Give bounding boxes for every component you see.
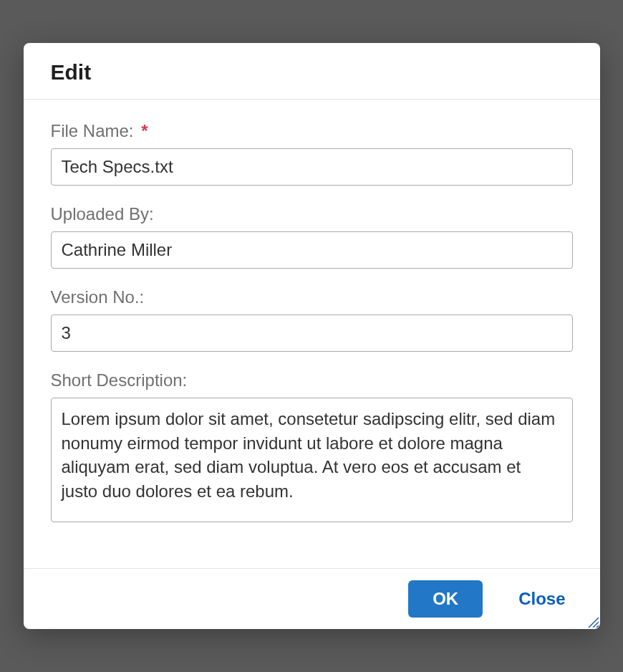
edit-dialog: Edit File Name: * Uploaded By: Version N… (24, 43, 600, 629)
ok-button[interactable]: OK (408, 580, 483, 618)
dialog-body: File Name: * Uploaded By: Version No.: S… (24, 100, 600, 568)
resize-handle-icon (587, 616, 599, 628)
file-name-input[interactable] (51, 148, 573, 186)
form-group-short-description: Short Description: (51, 370, 573, 525)
file-name-label: File Name: * (51, 121, 573, 141)
dialog-header: Edit (24, 43, 600, 100)
close-button[interactable]: Close (511, 580, 572, 618)
form-group-version-no: Version No.: (51, 287, 573, 352)
short-description-textarea[interactable] (51, 398, 573, 522)
required-indicator: * (141, 121, 148, 140)
version-no-input[interactable] (51, 315, 573, 352)
form-group-uploaded-by: Uploaded By: (51, 204, 573, 269)
svg-line-2 (597, 625, 599, 628)
short-description-label: Short Description: (51, 370, 573, 390)
version-no-label: Version No.: (51, 287, 573, 307)
dialog-title: Edit (51, 60, 92, 84)
form-group-file-name: File Name: * (51, 121, 573, 186)
uploaded-by-input[interactable] (51, 231, 573, 269)
uploaded-by-label: Uploaded By: (51, 204, 573, 224)
file-name-label-text: File Name: (51, 121, 134, 140)
svg-line-0 (589, 618, 599, 628)
dialog-footer: OK Close (24, 568, 600, 629)
svg-line-1 (593, 622, 599, 628)
